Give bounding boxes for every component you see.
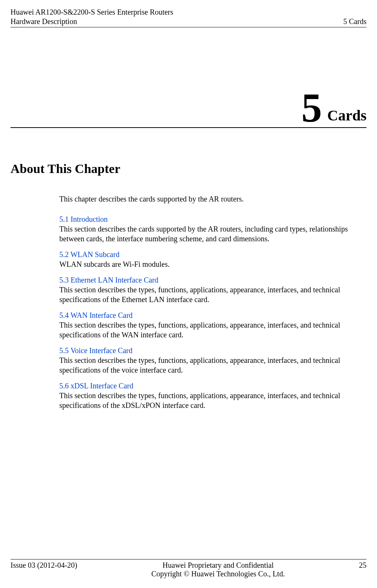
section-desc: This section describes the cards support… — [59, 224, 366, 244]
section-desc: This section describes the types, functi… — [59, 320, 366, 340]
section-desc: This section describes the types, functi… — [59, 391, 366, 410]
chapter-title-block: 5 Cards — [11, 91, 366, 128]
section-link-5-3[interactable]: 5.3 Ethernet LAN Interface Card — [59, 275, 366, 285]
body-block: This chapter describes the cards support… — [59, 194, 366, 410]
section-desc: WLAN subcards are Wi-Fi modules. — [59, 259, 366, 269]
chapter-intro: This chapter describes the cards support… — [59, 194, 366, 204]
section-link-5-5[interactable]: 5.5 Voice Interface Card — [59, 346, 366, 355]
about-this-chapter-heading: About This Chapter — [11, 162, 366, 176]
page-header: Huawei AR1200-S&2200-S Series Enterprise… — [11, 8, 366, 27]
footer-issue: Issue 03 (2012-04-20) — [11, 561, 77, 570]
section-entry: 5.2 WLAN Subcard WLAN subcards are Wi-Fi… — [59, 250, 366, 269]
header-doc-title: Hardware Description — [11, 17, 173, 26]
page-footer: Issue 03 (2012-04-20) Huawei Proprietary… — [11, 559, 366, 578]
section-entry: 5.5 Voice Interface Card This section de… — [59, 346, 366, 375]
section-entry: 5.6 xDSL Interface Card This section des… — [59, 381, 366, 410]
header-chapter-ref: 5 Cards — [343, 17, 366, 26]
section-entry: 5.4 WAN Interface Card This section desc… — [59, 310, 366, 340]
footer-center: Huawei Proprietary and Confidential Copy… — [77, 561, 359, 578]
footer-confidential: Huawei Proprietary and Confidential — [77, 561, 359, 570]
section-link-5-2[interactable]: 5.2 WLAN Subcard — [59, 250, 366, 259]
section-entry: 5.3 Ethernet LAN Interface Card This sec… — [59, 275, 366, 304]
chapter-name: Cards — [327, 107, 366, 124]
header-left: Huawei AR1200-S&2200-S Series Enterprise… — [11, 8, 173, 26]
chapter-number: 5 — [302, 91, 322, 124]
section-desc: This section describes the types, functi… — [59, 355, 366, 375]
page-container: Huawei AR1200-S&2200-S Series Enterprise… — [0, 0, 377, 588]
section-desc: This section describes the types, functi… — [59, 285, 366, 304]
section-link-5-4[interactable]: 5.4 WAN Interface Card — [59, 310, 366, 320]
section-link-5-6[interactable]: 5.6 xDSL Interface Card — [59, 381, 366, 391]
section-entry: 5.1 Introduction This section describes … — [59, 214, 366, 244]
footer-page-number: 25 — [359, 561, 366, 570]
footer-copyright: Copyright © Huawei Technologies Co., Ltd… — [77, 570, 359, 578]
section-link-5-1[interactable]: 5.1 Introduction — [59, 214, 366, 224]
header-product: Huawei AR1200-S&2200-S Series Enterprise… — [11, 8, 173, 17]
header-right: 5 Cards — [343, 8, 366, 26]
